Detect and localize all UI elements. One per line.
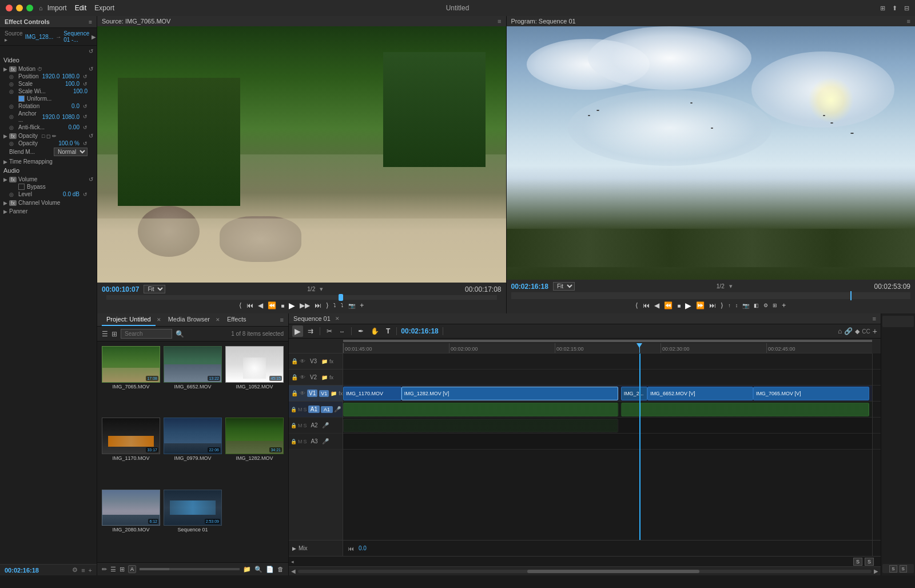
tl-pen-tool-btn[interactable]: ✒ xyxy=(356,326,366,336)
time-remapping-expand-icon[interactable]: ▶ xyxy=(3,159,7,165)
ec-list-icon[interactable]: ≡ xyxy=(81,567,85,574)
menu-import[interactable]: Import xyxy=(47,4,67,12)
work-area-range[interactable] xyxy=(343,340,872,342)
clip-img7065[interactable]: IMG_7065.MOV [V] xyxy=(753,387,870,400)
source-next-frame-btn[interactable]: ▶▶ xyxy=(299,300,311,311)
position-stopwatch-icon[interactable]: ◎ xyxy=(9,74,16,80)
audio-clip-a2[interactable] xyxy=(343,419,618,432)
tl-ripple-tool-btn[interactable]: ⇉ xyxy=(305,326,316,336)
source-clip-name[interactable]: IMG_128... xyxy=(25,34,53,40)
v2-eye-icon[interactable]: 👁 xyxy=(300,374,305,380)
v2-lock-icon[interactable]: 🔒 xyxy=(291,374,298,380)
program-playhead[interactable] xyxy=(850,291,852,300)
rotation-stopwatch-icon[interactable]: ◎ xyxy=(9,104,16,109)
a2-mute-icon[interactable]: S xyxy=(304,423,307,428)
clip-img1282[interactable]: IMG_1282.MOV [V] xyxy=(401,387,618,400)
tl-zoom-in-btn[interactable]: S xyxy=(865,558,874,566)
ec-add-icon[interactable]: + xyxy=(89,567,92,574)
opacity-ellipse-icon[interactable]: ✏ xyxy=(52,133,57,139)
project-search-btn[interactable]: 🔍 xyxy=(176,330,184,338)
opacity-label[interactable]: Opacity xyxy=(18,133,38,139)
v3-track-content[interactable] xyxy=(343,353,872,370)
volume-reset-btn[interactable]: ↺ xyxy=(89,176,93,182)
tl-razor-tool-btn[interactable]: ✂ xyxy=(324,326,335,336)
sequence-tab-close-icon[interactable]: ✕ xyxy=(335,316,340,321)
media-item-4[interactable]: 33:17 IMG_1170.MOV xyxy=(102,418,160,486)
program-zoom-select[interactable]: Fit xyxy=(553,282,575,291)
reset-all-btn[interactable]: ↺ xyxy=(89,48,93,54)
scale-width-value[interactable]: 100.0 xyxy=(73,88,87,94)
fullscreen-button[interactable] xyxy=(26,5,33,11)
program-mark-in-btn[interactable]: ⟨ xyxy=(634,300,639,311)
menu-export[interactable]: Export xyxy=(94,4,114,12)
a1-solo-icon[interactable]: M xyxy=(298,407,303,412)
source-stop-btn[interactable]: ■ xyxy=(280,301,285,310)
tl-select-tool-btn[interactable]: ▶ xyxy=(292,325,303,337)
v2-track-content[interactable] xyxy=(343,370,872,386)
timeline-right-resize[interactable] xyxy=(872,353,881,540)
level-stopwatch-icon[interactable]: ◎ xyxy=(9,192,16,197)
project-list-view-btn[interactable]: ☰ xyxy=(102,330,108,338)
motion-stopwatch-icon[interactable]: ⏱ xyxy=(37,66,44,72)
source-monitor-menu-btn[interactable]: ≡ xyxy=(498,18,501,25)
project-icon-btn[interactable]: ⊞ xyxy=(120,566,125,573)
position-y-value[interactable]: 1080.0 xyxy=(62,73,79,80)
motion-reset-btn[interactable]: ↺ xyxy=(89,66,93,72)
menu-edit[interactable]: Edit xyxy=(75,4,87,12)
expand-left-btn[interactable]: ◂ xyxy=(291,559,294,565)
project-tab-close-icon[interactable]: ✕ xyxy=(157,317,161,323)
v3-folder-icon[interactable]: 📁 xyxy=(321,359,328,364)
project-search-footer-btn[interactable]: 🔍 xyxy=(254,566,262,573)
right-mini-s2-btn[interactable]: S xyxy=(900,565,907,573)
source-zoom-select[interactable]: Fit xyxy=(144,285,165,293)
project-new-bin-btn[interactable]: 📁 xyxy=(243,566,251,573)
close-button[interactable] xyxy=(6,5,13,11)
a1-mic-icon[interactable]: 🎤 xyxy=(334,406,341,412)
rotation-value[interactable]: 0.0 xyxy=(71,103,79,109)
v3-eye-icon[interactable]: 👁 xyxy=(300,358,305,364)
scroll-right-btn[interactable]: ▶ xyxy=(874,568,878,574)
tl-marker-btn[interactable]: ◆ xyxy=(855,328,860,335)
media-item-5[interactable]: 22:06 IMG_0979.MOV xyxy=(164,418,222,486)
source-prev-frame-btn[interactable]: ◀ xyxy=(257,300,264,311)
channel-volume-expand-icon[interactable]: ▶ xyxy=(3,200,7,206)
media-item-2[interactable]: 13:22 IMG_6652.MOV xyxy=(164,346,222,414)
source-overwrite-btn[interactable]: ⤵ xyxy=(340,301,345,309)
home-icon[interactable]: ⌂ xyxy=(39,5,43,11)
project-clear-btn[interactable]: 🗑 xyxy=(277,566,284,573)
a2-mic-icon[interactable]: 🎤 xyxy=(322,422,329,428)
v1-target-label[interactable]: V1 xyxy=(319,390,329,397)
program-step-back-btn[interactable]: ⏮ xyxy=(642,300,651,311)
clip-img6652[interactable]: IMG_6652.MOV [V] xyxy=(647,387,753,400)
program-fullscreen-btn[interactable]: ⊞ xyxy=(771,301,778,309)
expand-icon[interactable]: ⊞ xyxy=(880,5,885,12)
panner-label[interactable]: Panner xyxy=(9,208,27,214)
program-ff-btn[interactable]: ⏩ xyxy=(695,300,706,311)
project-list-btn[interactable]: ☰ xyxy=(110,566,116,573)
program-camera-btn[interactable]: 📷 xyxy=(741,301,750,310)
source-step-back-btn[interactable]: ⏮ xyxy=(245,300,254,311)
anti-flicker-stopwatch-icon[interactable]: ◎ xyxy=(9,125,16,130)
window-controls[interactable] xyxy=(6,5,33,11)
mix-value[interactable]: 0.0 xyxy=(359,545,367,551)
program-trim-btn[interactable]: ◧ xyxy=(753,301,760,309)
opacity-reset-btn[interactable]: ↺ xyxy=(89,133,93,139)
v1-eye-icon[interactable]: 👁 xyxy=(300,390,305,396)
right-mini-s1-btn[interactable]: S xyxy=(889,565,897,573)
tl-zoom-out-btn[interactable]: S xyxy=(853,558,862,566)
scroll-track[interactable] xyxy=(298,570,872,573)
project-panel-menu-btn[interactable]: ≡ xyxy=(280,316,284,323)
anti-flicker-value[interactable]: 0.00 xyxy=(69,124,79,130)
tl-link-btn[interactable]: 🔗 xyxy=(844,327,853,335)
project-tab-effects[interactable]: Effects xyxy=(222,313,250,326)
program-rewind-btn[interactable]: ⏪ xyxy=(663,300,674,311)
effect-controls-menu-btn[interactable]: ≡ xyxy=(89,19,92,25)
a2-lock-icon[interactable]: 🔒 xyxy=(291,423,297,428)
scroll-left-btn[interactable]: ◀ xyxy=(291,568,296,574)
program-monitor-menu-btn[interactable]: ≡ xyxy=(907,18,910,25)
program-prev-btn[interactable]: ◀ xyxy=(653,300,661,311)
scroll-thumb[interactable] xyxy=(527,570,699,573)
a1-track-content[interactable] xyxy=(343,402,872,418)
position-x-value[interactable]: 1920.0 xyxy=(42,73,60,80)
scale-reset-btn[interactable]: ↺ xyxy=(83,81,87,87)
